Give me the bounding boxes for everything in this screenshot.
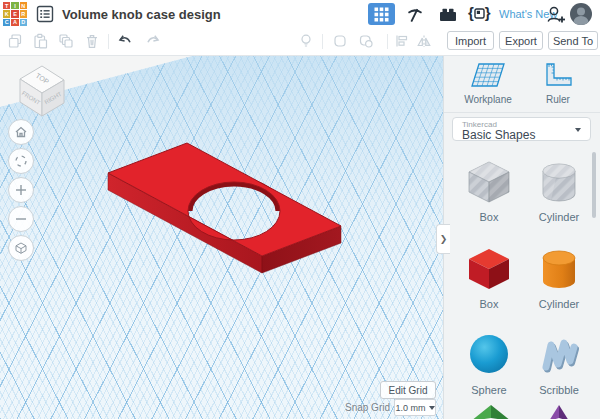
home-view-button[interactable] (8, 119, 34, 145)
logo-tile: I (11, 2, 18, 9)
logo-tile: A (11, 19, 18, 26)
box-icon (465, 245, 513, 293)
show-all-icon[interactable] (298, 33, 314, 49)
avatar-silhouette (570, 3, 592, 25)
hole-cylinder-icon (535, 158, 583, 206)
copy-icon[interactable] (7, 33, 23, 49)
shapes-panel: Workplane Ruler Tinkercad Basic Shapes (443, 55, 600, 419)
ruler-icon (542, 61, 574, 89)
redo-icon[interactable] (145, 33, 161, 49)
logo-tile: D (20, 19, 27, 26)
toolbar: Import Export Send To (0, 28, 600, 56)
shape-tile-roof[interactable] (456, 403, 522, 419)
home-view-icon (14, 125, 28, 139)
shape-tile-cylinder[interactable]: Cylinder (526, 245, 592, 310)
code-blocks-icon[interactable]: { } (468, 3, 491, 23)
block-glyph (474, 8, 485, 19)
edit-grid-button[interactable]: Edit Grid (380, 381, 436, 399)
apps-grid-button[interactable] (368, 3, 395, 25)
zoom-in-button[interactable] (8, 177, 34, 203)
roof-icon (465, 403, 513, 419)
design-menu-icon[interactable] (36, 5, 54, 23)
viewport-3d[interactable]: TOP FRONT RIGHT (0, 55, 443, 419)
brick-icon[interactable] (438, 4, 458, 24)
shape-tile-hole-box[interactable]: Box (456, 158, 522, 223)
shape-tile-hole-cylinder[interactable]: Cylinder (526, 158, 592, 223)
shape-tile-pyramid[interactable] (526, 403, 592, 419)
snap-grid-dropdown[interactable]: 1.0 mm (394, 399, 436, 416)
ungroup-icon[interactable] (358, 33, 374, 49)
shape-tile-box[interactable]: Box (456, 245, 522, 310)
category-value: Basic Shapes (462, 128, 535, 142)
send-to-button[interactable]: Send To (548, 31, 598, 50)
delete-icon[interactable] (84, 33, 100, 49)
shape-label: Cylinder (526, 298, 592, 310)
workplane-tool[interactable]: Workplane (460, 61, 516, 105)
brace-right: } (485, 3, 491, 23)
chevron-down-icon (429, 406, 435, 410)
perspective-icon (14, 241, 28, 255)
ruler-label: Ruler (530, 94, 586, 105)
header: TIN KER CAD Volume knob case design (0, 0, 600, 29)
toolbar-divider (108, 34, 109, 49)
duplicate-icon[interactable] (58, 33, 74, 49)
group-icon[interactable] (332, 33, 348, 49)
shape-library-dropdown[interactable]: Tinkercad Basic Shapes (452, 117, 591, 141)
shape-tile-sphere[interactable]: Sphere (456, 331, 522, 396)
paste-icon[interactable] (32, 33, 48, 49)
shape-label: Box (456, 298, 522, 310)
tinkercad-logo[interactable]: TIN KER CAD (3, 2, 27, 26)
tinkercad-app: TIN KER CAD Volume knob case design (0, 0, 600, 419)
sphere-icon (465, 331, 513, 379)
pickaxe-icon[interactable] (405, 4, 425, 24)
chevron-right-icon: ❯ (440, 234, 448, 244)
toolbar-divider (322, 34, 323, 49)
zoom-out-button[interactable] (8, 206, 34, 232)
logo-tile: N (20, 2, 27, 9)
logo-tile: R (20, 10, 27, 17)
apps-grid-icon (374, 7, 389, 22)
align-icon[interactable] (394, 33, 410, 49)
panel-scrollbar[interactable] (592, 152, 596, 218)
perspective-button[interactable] (8, 235, 34, 261)
workplane-icon (470, 61, 506, 89)
logo-tile: E (11, 10, 18, 17)
shape-label: Scribble (526, 384, 592, 396)
avatar[interactable] (570, 3, 592, 25)
hole-box-icon (465, 158, 513, 206)
export-button[interactable]: Export (499, 31, 543, 50)
mirror-icon[interactable] (416, 33, 432, 49)
view-cube[interactable]: TOP FRONT RIGHT (14, 60, 70, 118)
scribble-icon (535, 331, 583, 379)
toolbar-divider (387, 34, 388, 49)
snap-grid-value: 1.0 mm (395, 403, 425, 413)
pyramid-icon (535, 403, 583, 419)
design-title[interactable]: Volume knob case design (62, 7, 221, 22)
workplane-label: Workplane (460, 94, 516, 105)
logo-tile: K (3, 10, 10, 17)
chevron-down-icon (575, 128, 581, 132)
logo-tile: C (3, 19, 10, 26)
zoom-in-icon (14, 183, 28, 197)
panel-divider (444, 112, 600, 113)
undo-icon[interactable] (117, 33, 133, 49)
logo-tile: T (3, 2, 10, 9)
fit-view-icon (14, 154, 28, 168)
red-plate-object[interactable] (100, 135, 350, 305)
invite-user-icon[interactable] (546, 5, 566, 24)
zoom-out-icon (14, 212, 28, 226)
ruler-tool[interactable]: Ruler (530, 61, 586, 105)
import-button[interactable]: Import (447, 31, 494, 50)
cylinder-icon (535, 245, 583, 293)
shape-tile-scribble[interactable]: Scribble (526, 331, 592, 396)
panel-collapse-handle[interactable]: ❯ (436, 224, 450, 254)
shape-label: Sphere (456, 384, 522, 396)
fit-view-button[interactable] (8, 148, 34, 174)
shape-label: Box (456, 211, 522, 223)
shape-label: Cylinder (526, 211, 592, 223)
snap-grid-label: Snap Grid (330, 402, 390, 413)
